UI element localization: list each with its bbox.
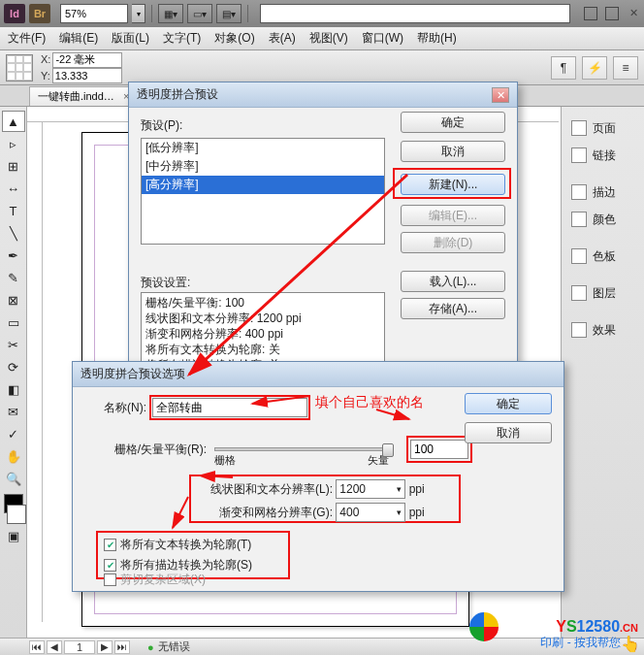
view-mode-icon[interactable]: ▣ bbox=[2, 525, 25, 546]
rectangle-tool-icon[interactable]: ▭ bbox=[2, 311, 25, 333]
zoom-dropdown-icon[interactable]: ▾ bbox=[132, 4, 145, 23]
screen-mode-icon[interactable]: ▭▾ bbox=[187, 4, 212, 23]
ok-button[interactable]: 确定 bbox=[401, 112, 505, 133]
balance-slider[interactable] bbox=[214, 447, 389, 451]
page-number[interactable]: 1 bbox=[64, 640, 95, 654]
watermark-subtitle: 印刷 - 按我帮您 bbox=[540, 635, 621, 651]
dialog1-close-icon[interactable]: ✕ bbox=[492, 87, 509, 103]
settings-label: 预设设置: bbox=[141, 275, 190, 291]
eyedropper-tool-icon[interactable]: ✓ bbox=[2, 423, 25, 444]
prev-page-icon[interactable]: ◀ bbox=[47, 640, 62, 654]
reference-point-grid[interactable] bbox=[6, 54, 33, 82]
selection-tool-icon[interactable]: ▲ bbox=[2, 111, 25, 132]
next-page-icon[interactable]: ▶ bbox=[97, 640, 113, 654]
menu-layout[interactable]: 版面(L) bbox=[112, 30, 149, 47]
menu-help[interactable]: 帮助(H) bbox=[417, 30, 457, 47]
color-icon bbox=[571, 212, 587, 227]
panel-color[interactable]: 颜色 bbox=[562, 206, 644, 233]
watermark-text: YS12580.CN bbox=[556, 618, 638, 636]
vertical-ruler bbox=[27, 122, 43, 622]
menu-edit[interactable]: 编辑(E) bbox=[59, 30, 98, 47]
right-panel-dock: 页面 链接 描边 颜色 色板 图层 效果 bbox=[561, 107, 644, 638]
menu-table[interactable]: 表(A) bbox=[269, 30, 296, 47]
direct-select-tool-icon[interactable]: ▹ bbox=[2, 133, 25, 154]
bridge-logo-icon: Br bbox=[29, 4, 50, 23]
document-tab[interactable]: 一键转曲.indd… × bbox=[29, 86, 138, 106]
type-tool-icon[interactable]: T bbox=[2, 200, 25, 221]
scissors-tool-icon[interactable]: ✂ bbox=[2, 334, 25, 355]
menu-type[interactable]: 文字(T) bbox=[163, 30, 201, 47]
panel-links[interactable]: 链接 bbox=[562, 142, 644, 169]
panel-pages[interactable]: 页面 bbox=[562, 115, 644, 142]
close-icon[interactable]: ✕ bbox=[627, 7, 640, 20]
app-titlebar: Id Br 57% ▾ ▦▾ ▭▾ ▤▾ ✕ bbox=[0, 0, 644, 27]
control-bar: X: Y: ¶ ⚡ ≡ bbox=[0, 50, 644, 85]
res2-dropdown[interactable]: 400▾ bbox=[336, 503, 405, 522]
panel-layers[interactable]: 图层 bbox=[562, 279, 644, 307]
effects-icon bbox=[571, 322, 587, 338]
load-button[interactable]: 载入(L)... bbox=[401, 271, 505, 292]
menu-view[interactable]: 视图(V) bbox=[309, 30, 348, 47]
y-input[interactable] bbox=[52, 68, 122, 83]
stroke-swatch-icon[interactable] bbox=[7, 505, 26, 524]
maximize-icon[interactable] bbox=[605, 7, 619, 20]
dialog2-titlebar[interactable]: 透明度拼合预设选项 bbox=[73, 362, 564, 387]
preset-item-high[interactable]: [高分辨率] bbox=[142, 176, 384, 194]
y-label: Y: bbox=[41, 70, 50, 82]
paragraph-icon[interactable]: ¶ bbox=[551, 56, 576, 80]
dialog1-titlebar[interactable]: 透明度拼合预设 ✕ bbox=[129, 82, 517, 108]
search-input[interactable] bbox=[260, 4, 570, 23]
zoom-tool-icon[interactable]: 🔍 bbox=[2, 468, 25, 489]
new-button[interactable]: 新建(N)... bbox=[401, 174, 505, 195]
preset-item-med[interactable]: [中分辨率] bbox=[142, 157, 384, 176]
pages-icon bbox=[571, 120, 587, 136]
last-page-icon[interactable]: ⏭ bbox=[114, 640, 130, 654]
x-input[interactable] bbox=[52, 52, 122, 68]
gradient-tool-icon[interactable]: ◧ bbox=[2, 378, 25, 400]
menu-file[interactable]: 文件(F) bbox=[8, 30, 46, 47]
preflight-status: 无错误 bbox=[158, 639, 190, 654]
cancel-button[interactable]: 取消 bbox=[401, 141, 505, 162]
presets-listbox[interactable]: [低分辨率] [中分辨率] [高分辨率] bbox=[141, 138, 385, 245]
pencil-tool-icon[interactable]: ✎ bbox=[2, 267, 25, 288]
panel-menu-icon[interactable]: ≡ bbox=[613, 56, 638, 80]
first-page-icon[interactable]: ⏮ bbox=[29, 640, 45, 654]
panel-stroke[interactable]: 描边 bbox=[562, 179, 644, 206]
edit-button: 编辑(E)... bbox=[401, 205, 505, 226]
preset-item-low[interactable]: [低分辨率] bbox=[142, 139, 384, 157]
dialog1-title: 透明度拼合预设 bbox=[137, 86, 218, 103]
note-tool-icon[interactable]: ✉ bbox=[2, 401, 25, 422]
hand-cursor-icon: 👆 bbox=[621, 635, 640, 653]
chk-text-outlines[interactable]: ✔将所有文本转换为轮廓(T) bbox=[100, 535, 286, 555]
zoom-level[interactable]: 57% bbox=[60, 4, 128, 23]
dlg2-cancel-button[interactable]: 取消 bbox=[465, 422, 552, 443]
menu-window[interactable]: 窗口(W) bbox=[362, 30, 403, 47]
tools-panel: ▲ ▹ ⊞ ↔ T ╲ ✒ ✎ ⊠ ▭ ✂ ⟳ ◧ ✉ ✓ ✋ 🔍 ▣ bbox=[0, 107, 27, 638]
res1-dropdown[interactable]: 1200▾ bbox=[336, 479, 405, 499]
arrange-docs-icon[interactable]: ▤▾ bbox=[216, 4, 242, 23]
flatten-options-dialog: 透明度拼合预设选项 名称(N): 填个自己喜欢的名 栅格/矢量平衡(R): 栅格… bbox=[72, 361, 564, 592]
preflight-ok-icon: ● bbox=[147, 641, 154, 653]
rectangle-frame-tool-icon[interactable]: ⊠ bbox=[2, 289, 25, 311]
panel-swatches[interactable]: 色板 bbox=[562, 243, 644, 270]
pen-tool-icon[interactable]: ✒ bbox=[2, 245, 25, 266]
hand-tool-icon[interactable]: ✋ bbox=[2, 445, 25, 467]
dialog2-title: 透明度拼合预设选项 bbox=[80, 366, 185, 382]
line-tool-icon[interactable]: ╲ bbox=[2, 222, 25, 244]
delete-button: 删除(D) bbox=[401, 232, 505, 253]
dlg2-ok-button[interactable]: 确定 bbox=[465, 393, 552, 414]
view-options-icon[interactable]: ▦▾ bbox=[158, 4, 183, 23]
chk-clip-complex: ✔剪切复杂区域(X) bbox=[100, 570, 209, 590]
menu-object[interactable]: 对象(O) bbox=[214, 30, 254, 47]
gap-tool-icon[interactable]: ↔ bbox=[2, 178, 25, 199]
panel-effects[interactable]: 效果 bbox=[562, 316, 644, 344]
save-button[interactable]: 存储(A)... bbox=[401, 298, 505, 319]
balance-input[interactable] bbox=[410, 440, 468, 459]
page-tool-icon[interactable]: ⊞ bbox=[2, 155, 25, 177]
transform-tool-icon[interactable]: ⟳ bbox=[2, 356, 25, 377]
quick-apply-icon[interactable]: ⚡ bbox=[582, 56, 607, 80]
minimize-icon[interactable] bbox=[584, 7, 597, 20]
stroke-icon bbox=[571, 184, 587, 200]
name-input[interactable] bbox=[152, 398, 307, 417]
res1-label: 线状图和文本分辨率(L): bbox=[197, 481, 333, 498]
